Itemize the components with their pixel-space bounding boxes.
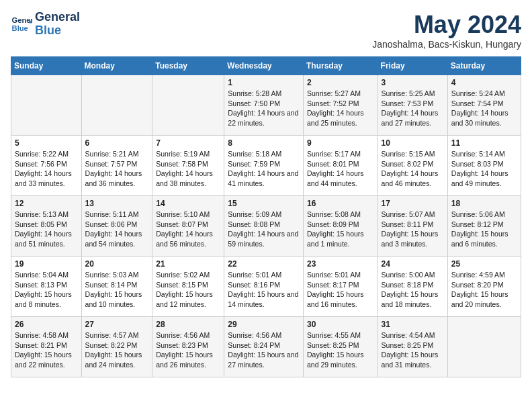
title-block: May 2024 Janoshalma, Bacs-Kiskun, Hungar… (372, 11, 521, 50)
day-info: Sunrise: 4:56 AM Sunset: 8:24 PM Dayligh… (228, 330, 300, 370)
day-info: Sunrise: 5:09 AM Sunset: 8:08 PM Dayligh… (228, 210, 300, 249)
calendar-cell (11, 75, 82, 136)
calendar-week-4: 19Sunrise: 5:04 AM Sunset: 8:13 PM Dayli… (11, 257, 521, 317)
day-number: 6 (85, 138, 149, 148)
day-number: 3 (382, 78, 444, 87)
calendar-cell: 26Sunrise: 4:58 AM Sunset: 8:21 PM Dayli… (11, 317, 82, 377)
day-info: Sunrise: 5:03 AM Sunset: 8:14 PM Dayligh… (85, 270, 149, 310)
day-info: Sunrise: 4:54 AM Sunset: 8:25 PM Dayligh… (382, 330, 444, 370)
day-number: 27 (85, 320, 149, 329)
day-number: 20 (85, 259, 149, 269)
day-number: 10 (382, 138, 444, 148)
day-number: 13 (85, 199, 149, 208)
calendar-cell: 11Sunrise: 5:14 AM Sunset: 8:03 PM Dayli… (447, 136, 521, 196)
day-info: Sunrise: 5:25 AM Sunset: 7:53 PM Dayligh… (382, 89, 444, 128)
weekday-header-row: SundayMondayTuesdayWednesdayThursdayFrid… (11, 57, 521, 75)
calendar-cell: 1Sunrise: 5:28 AM Sunset: 7:50 PM Daylig… (224, 75, 304, 136)
calendar-cell: 2Sunrise: 5:27 AM Sunset: 7:52 PM Daylig… (303, 75, 378, 136)
calendar-table: SundayMondayTuesdayWednesdayThursdayFrid… (11, 56, 521, 377)
calendar-cell: 28Sunrise: 4:56 AM Sunset: 8:23 PM Dayli… (152, 317, 224, 377)
day-number: 9 (307, 138, 374, 148)
day-number: 30 (307, 320, 374, 329)
day-number: 7 (156, 138, 220, 148)
calendar-cell (447, 317, 521, 377)
calendar-cell: 22Sunrise: 5:01 AM Sunset: 8:16 PM Dayli… (224, 257, 304, 317)
calendar-cell: 8Sunrise: 5:18 AM Sunset: 7:59 PM Daylig… (224, 136, 304, 196)
calendar-cell: 20Sunrise: 5:03 AM Sunset: 8:14 PM Dayli… (81, 257, 152, 317)
day-info: Sunrise: 5:01 AM Sunset: 8:17 PM Dayligh… (307, 270, 374, 310)
calendar-week-3: 12Sunrise: 5:13 AM Sunset: 8:05 PM Dayli… (11, 196, 521, 257)
day-number: 1 (228, 78, 300, 87)
calendar-cell: 31Sunrise: 4:54 AM Sunset: 8:25 PM Dayli… (378, 317, 447, 377)
logo-text: General Blue (35, 11, 80, 38)
day-info: Sunrise: 4:59 AM Sunset: 8:20 PM Dayligh… (451, 270, 517, 310)
calendar-cell: 13Sunrise: 5:11 AM Sunset: 8:06 PM Dayli… (81, 196, 152, 257)
day-number: 8 (228, 138, 300, 148)
day-info: Sunrise: 5:17 AM Sunset: 8:01 PM Dayligh… (307, 149, 374, 189)
day-number: 31 (382, 320, 444, 329)
day-info: Sunrise: 5:06 AM Sunset: 8:12 PM Dayligh… (451, 210, 517, 249)
day-info: Sunrise: 5:21 AM Sunset: 7:57 PM Dayligh… (85, 149, 149, 189)
day-number: 12 (15, 199, 78, 208)
day-info: Sunrise: 4:58 AM Sunset: 8:21 PM Dayligh… (15, 330, 78, 370)
day-number: 21 (156, 259, 220, 269)
day-number: 15 (228, 199, 300, 208)
calendar-cell: 4Sunrise: 5:24 AM Sunset: 7:54 PM Daylig… (447, 75, 521, 136)
calendar-cell: 9Sunrise: 5:17 AM Sunset: 8:01 PM Daylig… (303, 136, 378, 196)
day-number: 4 (451, 78, 517, 87)
day-number: 29 (228, 320, 300, 329)
day-number: 16 (307, 199, 374, 208)
calendar-cell: 6Sunrise: 5:21 AM Sunset: 7:57 PM Daylig… (81, 136, 152, 196)
calendar-cell (81, 75, 152, 136)
day-info: Sunrise: 5:01 AM Sunset: 8:16 PM Dayligh… (228, 270, 300, 310)
month-title: May 2024 (372, 11, 521, 39)
calendar-week-2: 5Sunrise: 5:22 AM Sunset: 7:56 PM Daylig… (11, 136, 521, 196)
weekday-header-friday: Friday (378, 57, 447, 75)
day-info: Sunrise: 5:14 AM Sunset: 8:03 PM Dayligh… (451, 149, 517, 189)
calendar-cell: 27Sunrise: 4:57 AM Sunset: 8:22 PM Dayli… (81, 317, 152, 377)
calendar-cell: 10Sunrise: 5:15 AM Sunset: 8:02 PM Dayli… (378, 136, 447, 196)
calendar-cell: 17Sunrise: 5:07 AM Sunset: 8:11 PM Dayli… (378, 196, 447, 257)
day-info: Sunrise: 5:28 AM Sunset: 7:50 PM Dayligh… (228, 89, 300, 128)
day-number: 18 (451, 199, 517, 208)
day-number: 5 (15, 138, 78, 148)
day-info: Sunrise: 5:18 AM Sunset: 7:59 PM Dayligh… (228, 149, 300, 189)
day-info: Sunrise: 5:10 AM Sunset: 8:07 PM Dayligh… (156, 210, 220, 249)
svg-text:Blue: Blue (12, 24, 28, 32)
page-header: General Blue General Blue May 2024 Janos… (11, 11, 521, 50)
location: Janoshalma, Bacs-Kiskun, Hungary (372, 39, 521, 50)
calendar-cell: 5Sunrise: 5:22 AM Sunset: 7:56 PM Daylig… (11, 136, 82, 196)
weekday-header-wednesday: Wednesday (224, 57, 304, 75)
calendar-cell: 18Sunrise: 5:06 AM Sunset: 8:12 PM Dayli… (447, 196, 521, 257)
calendar-cell: 3Sunrise: 5:25 AM Sunset: 7:53 PM Daylig… (378, 75, 447, 136)
calendar-cell: 29Sunrise: 4:56 AM Sunset: 8:24 PM Dayli… (224, 317, 304, 377)
weekday-header-thursday: Thursday (303, 57, 378, 75)
day-info: Sunrise: 5:24 AM Sunset: 7:54 PM Dayligh… (451, 89, 517, 128)
day-number: 24 (382, 259, 444, 269)
day-number: 26 (15, 320, 78, 329)
day-info: Sunrise: 5:22 AM Sunset: 7:56 PM Dayligh… (15, 149, 78, 189)
day-info: Sunrise: 4:57 AM Sunset: 8:22 PM Dayligh… (85, 330, 149, 370)
calendar-week-5: 26Sunrise: 4:58 AM Sunset: 8:21 PM Dayli… (11, 317, 521, 377)
day-info: Sunrise: 4:55 AM Sunset: 8:25 PM Dayligh… (307, 330, 374, 370)
day-info: Sunrise: 5:27 AM Sunset: 7:52 PM Dayligh… (307, 89, 374, 128)
calendar-cell: 12Sunrise: 5:13 AM Sunset: 8:05 PM Dayli… (11, 196, 82, 257)
calendar-cell: 16Sunrise: 5:08 AM Sunset: 8:09 PM Dayli… (303, 196, 378, 257)
calendar-cell: 14Sunrise: 5:10 AM Sunset: 8:07 PM Dayli… (152, 196, 224, 257)
day-number: 25 (451, 259, 517, 269)
calendar-week-1: 1Sunrise: 5:28 AM Sunset: 7:50 PM Daylig… (11, 75, 521, 136)
day-info: Sunrise: 5:13 AM Sunset: 8:05 PM Dayligh… (15, 210, 78, 249)
logo-icon: General Blue (11, 13, 32, 35)
calendar-cell: 23Sunrise: 5:01 AM Sunset: 8:17 PM Dayli… (303, 257, 378, 317)
day-number: 22 (228, 259, 300, 269)
calendar-cell: 25Sunrise: 4:59 AM Sunset: 8:20 PM Dayli… (447, 257, 521, 317)
day-number: 19 (15, 259, 78, 269)
weekday-header-monday: Monday (81, 57, 152, 75)
day-info: Sunrise: 5:08 AM Sunset: 8:09 PM Dayligh… (307, 210, 374, 249)
day-number: 17 (382, 199, 444, 208)
day-info: Sunrise: 5:07 AM Sunset: 8:11 PM Dayligh… (382, 210, 444, 249)
day-number: 11 (451, 138, 517, 148)
logo: General Blue General Blue (11, 11, 80, 38)
weekday-header-sunday: Sunday (11, 57, 82, 75)
day-number: 14 (156, 199, 220, 208)
